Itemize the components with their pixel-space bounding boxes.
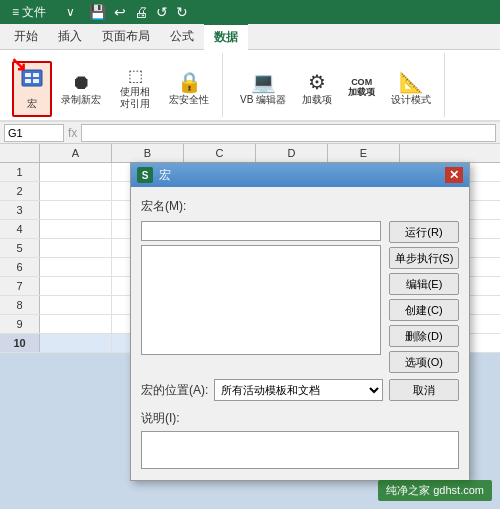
record-macro-label: 录制新宏: [61, 94, 101, 106]
svg-rect-2: [33, 73, 39, 77]
macro-location-select[interactable]: 所有活动模板和文档: [214, 379, 383, 401]
cell-a9[interactable]: [40, 315, 112, 333]
com-addins-button[interactable]: COM加载项: [341, 61, 382, 117]
ribbon-group-macros: 宏 ⏺ 录制新宏 ⬚ 使用相对引用 🔒 宏安全性: [6, 53, 223, 117]
svg-rect-3: [25, 79, 31, 83]
tab-insert[interactable]: 插入: [48, 24, 92, 49]
svg-rect-1: [25, 73, 31, 77]
row-header-1[interactable]: 1: [0, 163, 40, 181]
description-textarea[interactable]: [141, 431, 459, 469]
dialog-right-panel: 运行(R) 单步执行(S) 编辑(E) 创建(C) 删除(D) 选项(O): [389, 221, 459, 373]
cell-a1[interactable]: [40, 163, 112, 181]
toolbar-print[interactable]: 🖨: [134, 4, 148, 20]
macro-dialog: S 宏 ✕ 宏名(M): 运行(R) 单步执行(S) 编辑(E): [130, 162, 470, 481]
dialog-titlebar: S 宏 ✕: [131, 163, 469, 187]
formula-bar: fx: [0, 122, 500, 144]
macro-button[interactable]: 宏: [12, 61, 52, 117]
cell-a3[interactable]: [40, 201, 112, 219]
design-mode-icon: 📐: [399, 72, 424, 92]
macro-name-label: 宏名(M):: [141, 199, 186, 213]
delete-button[interactable]: 删除(D): [389, 325, 459, 347]
tab-page-layout[interactable]: 页面布局: [92, 24, 160, 49]
dialog-close-button[interactable]: ✕: [445, 167, 463, 183]
cell-a8[interactable]: [40, 296, 112, 314]
cell-a5[interactable]: [40, 239, 112, 257]
row-header-2[interactable]: 2: [0, 182, 40, 200]
row-header-3[interactable]: 3: [0, 201, 40, 219]
toolbar-redo[interactable]: ↻: [176, 4, 188, 20]
ribbon-group-editor: 💻 VB 编辑器 ⚙ 加载项 COM加载项 📐 设计模式: [227, 53, 445, 117]
corner-cell: [0, 144, 40, 162]
relative-ref-icon: ⬚: [128, 68, 143, 84]
cell-a10[interactable]: [40, 334, 112, 352]
toolbar-undo[interactable]: ↩: [114, 4, 126, 20]
col-header-b[interactable]: B: [112, 144, 184, 162]
dialog-body: 宏名(M): 运行(R) 单步执行(S) 编辑(E) 创建(C) 删除(D) 选…: [131, 187, 469, 480]
step-button[interactable]: 单步执行(S): [389, 247, 459, 269]
column-headers: A B C D E: [0, 144, 500, 163]
vb-editor-button[interactable]: 💻 VB 编辑器: [233, 61, 293, 117]
row-header-5[interactable]: 5: [0, 239, 40, 257]
description-section: 说明(I):: [141, 407, 459, 472]
macro-security-button[interactable]: 🔒 宏安全性: [162, 61, 216, 117]
macro-label: 宏: [27, 98, 37, 110]
watermark-text: 纯净之家: [386, 484, 430, 496]
addins-button[interactable]: ⚙ 加载项: [295, 61, 339, 117]
vb-editor-label: VB 编辑器: [240, 94, 286, 106]
dialog-title-text: 宏: [159, 167, 445, 184]
toolbar-save[interactable]: 💾: [89, 4, 106, 20]
macro-location-row: 宏的位置(A): 所有活动模板和文档 取消: [141, 379, 459, 401]
dialog-main-area: 运行(R) 单步执行(S) 编辑(E) 创建(C) 删除(D) 选项(O): [141, 221, 459, 373]
watermark-url: gdhst.com: [433, 484, 484, 496]
relative-ref-label: 使用相对引用: [117, 86, 153, 110]
file-menu[interactable]: ≡ 文件: [6, 2, 52, 23]
formula-divider: fx: [68, 126, 77, 140]
macro-security-label: 宏安全性: [169, 94, 209, 106]
macro-name-input[interactable]: [141, 221, 381, 241]
design-mode-label: 设计模式: [391, 94, 431, 106]
col-header-a[interactable]: A: [40, 144, 112, 162]
macro-icon: [20, 68, 44, 96]
run-button[interactable]: 运行(R): [389, 221, 459, 243]
tab-formula[interactable]: 公式: [160, 24, 204, 49]
tab-home[interactable]: 开始: [4, 24, 48, 49]
watermark: 纯净之家 gdhst.com: [378, 480, 492, 501]
row-header-9[interactable]: 9: [0, 315, 40, 333]
options-button[interactable]: 选项(O): [389, 351, 459, 373]
dialog-left-panel: [141, 221, 381, 373]
formula-input[interactable]: [81, 124, 496, 142]
record-macro-button[interactable]: ⏺ 录制新宏: [54, 61, 108, 117]
edit-button[interactable]: 编辑(E): [389, 273, 459, 295]
svg-rect-0: [22, 70, 42, 86]
toolbar-undo2[interactable]: ↺: [156, 4, 168, 20]
tab-data[interactable]: 数据: [204, 23, 248, 50]
name-box[interactable]: [4, 124, 64, 142]
col-header-c[interactable]: C: [184, 144, 256, 162]
description-label: 说明(I):: [141, 411, 180, 425]
cancel-button[interactable]: 取消: [389, 379, 459, 401]
ribbon-tabs: 开始 插入 页面布局 公式 数据: [0, 24, 500, 50]
row-header-7[interactable]: 7: [0, 277, 40, 295]
row-header-8[interactable]: 8: [0, 296, 40, 314]
row-header-6[interactable]: 6: [0, 258, 40, 276]
cell-a2[interactable]: [40, 182, 112, 200]
row-header-4[interactable]: 4: [0, 220, 40, 238]
vb-editor-icon: 💻: [251, 72, 276, 92]
macro-list[interactable]: [141, 245, 381, 355]
create-button[interactable]: 创建(C): [389, 299, 459, 321]
macro-security-icon: 🔒: [177, 72, 202, 92]
macro-location-label: 宏的位置(A):: [141, 379, 208, 401]
menu-dropdown[interactable]: ∨: [60, 3, 81, 21]
ribbon-content: ↘ 宏 ⏺ 录制新宏 ⬚ 使用相对引用 🔒 宏: [0, 50, 500, 122]
relative-ref-button[interactable]: ⬚ 使用相对引用: [110, 61, 160, 117]
cell-a6[interactable]: [40, 258, 112, 276]
row-header-10[interactable]: 10: [0, 334, 40, 352]
col-header-d[interactable]: D: [256, 144, 328, 162]
dialog-title-icon: S: [137, 167, 153, 183]
design-mode-button[interactable]: 📐 设计模式: [384, 61, 438, 117]
col-header-e[interactable]: E: [328, 144, 400, 162]
com-addins-icon: COM加载项: [348, 78, 375, 98]
record-macro-icon: ⏺: [71, 72, 91, 92]
cell-a4[interactable]: [40, 220, 112, 238]
cell-a7[interactable]: [40, 277, 112, 295]
